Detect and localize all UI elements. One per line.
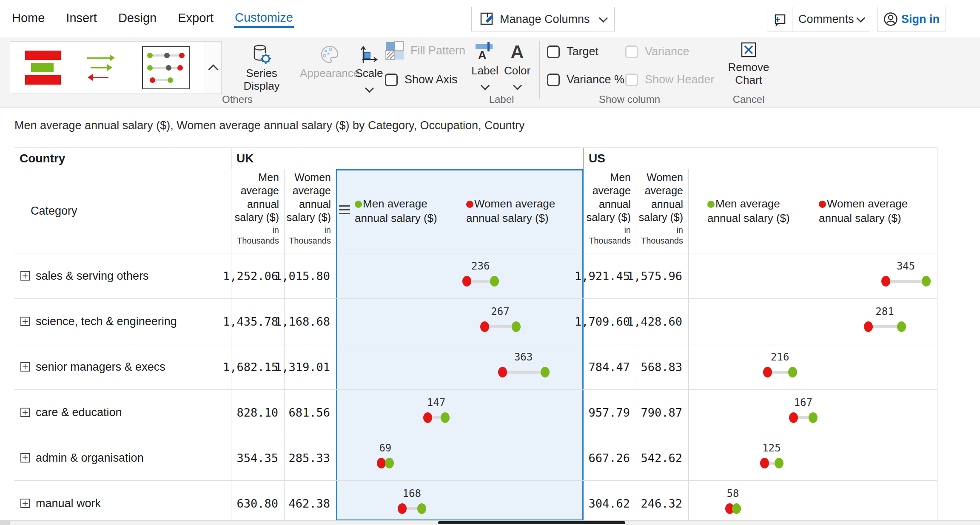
women-dot[interactable] [763, 367, 772, 377]
checkbox-icon[interactable] [547, 45, 560, 58]
add-comment-button[interactable] [767, 7, 792, 31]
dot-plot-thumbnail-selected[interactable] [142, 46, 190, 89]
men-dot[interactable] [775, 458, 783, 468]
women-dot[interactable] [498, 367, 507, 377]
category-label: admin & organisation [36, 451, 144, 465]
gap-label: 267 [479, 306, 521, 318]
us-women-column-header[interactable]: Women average annual salary ($) in Thous… [636, 169, 689, 253]
us-men-value: 784.47 [584, 344, 636, 389]
remove-chart-button[interactable]: Remove Chart [729, 40, 768, 87]
women-dot[interactable] [789, 412, 798, 423]
men-dot[interactable] [922, 276, 931, 287]
expand-icon[interactable] [20, 453, 30, 463]
series-display-button[interactable]: Series Display [230, 43, 293, 93]
scale-button[interactable]: Scale [353, 43, 385, 91]
men-dot[interactable] [490, 276, 499, 287]
men-dot[interactable] [732, 503, 741, 514]
checkbox-icon[interactable] [547, 74, 560, 86]
women-dot[interactable] [462, 276, 471, 287]
gap-label: 216 [759, 351, 801, 363]
ribbon: Series Display Appearance Scale [0, 37, 980, 108]
show-axis-checkbox[interactable]: Show Axis [385, 73, 458, 86]
gap-label: 167 [782, 397, 824, 409]
column-header-row: Category Men average annual salary ($) i… [14, 169, 937, 253]
men-dot[interactable] [897, 321, 906, 332]
drag-handle-icon[interactable] [339, 205, 350, 217]
men-dot[interactable] [541, 367, 550, 377]
men-legend-dot-icon [355, 201, 362, 208]
uk-women-value: 1,319.01 [285, 344, 336, 389]
uk-women-column-header[interactable]: Women average annual salary ($) in Thous… [285, 169, 336, 253]
us-men-column-header[interactable]: Men average annual salary ($) in Thousan… [584, 169, 636, 253]
men-dot[interactable] [809, 412, 818, 423]
checkbox-icon [625, 74, 638, 86]
comments-button[interactable]: Comments [792, 7, 870, 31]
manage-columns-icon [479, 11, 495, 27]
group-header-us[interactable]: US [584, 148, 937, 169]
table-row: care & education828.10681.56147957.79790… [14, 390, 937, 435]
expand-icon[interactable] [20, 271, 30, 281]
table-row: sales & serving others1,252.061,015.8023… [14, 253, 937, 299]
men-dot[interactable] [512, 321, 521, 332]
color-button[interactable]: A Color [502, 41, 533, 89]
women-dot[interactable] [398, 503, 407, 514]
us-chart-column-header[interactable]: Men average annual salary ($) Women aver… [689, 169, 937, 253]
expand-icon[interactable] [20, 499, 30, 508]
expand-icon[interactable] [20, 362, 30, 372]
men-dot[interactable] [385, 458, 394, 468]
tab-customize[interactable]: Customize [234, 6, 294, 28]
us-men-value: 667.26 [584, 435, 636, 480]
remove-chart-icon [740, 40, 757, 60]
us-dumbbell-chart: 58 [689, 481, 937, 525]
tab-insert[interactable]: Insert [65, 7, 98, 28]
variance-pct-label: Variance % [567, 73, 624, 86]
chevron-down-icon [365, 84, 373, 93]
group-label-cancel: Cancel [728, 94, 769, 105]
uk-men-column-header[interactable]: Men average annual salary ($) in Thousan… [231, 169, 285, 253]
women-dot[interactable] [423, 412, 432, 423]
us-women-value: 1,428.60 [636, 299, 689, 344]
men-dot[interactable] [441, 412, 450, 423]
women-dot[interactable] [760, 458, 769, 468]
variance-pct-checkbox[interactable]: Variance % [547, 73, 624, 86]
checkbox-icon[interactable] [385, 74, 398, 86]
uk-dumbbell-chart: 363 [336, 344, 584, 389]
palette-icon [319, 43, 340, 65]
uk-dumbbell-chart: 168 [336, 481, 584, 525]
show-axis-label: Show Axis [405, 73, 458, 86]
category-cell: senior managers & execs [14, 344, 231, 389]
expand-icon[interactable] [20, 408, 30, 417]
tab-design[interactable]: Design [117, 7, 157, 28]
tab-export[interactable]: Export [177, 7, 214, 28]
remove-chart-label-line1: Remove [728, 61, 769, 74]
country-header-row: Country UK US [14, 148, 937, 169]
us-women-value: 568.83 [636, 344, 689, 389]
women-dot[interactable] [480, 321, 489, 332]
women-dot[interactable] [881, 276, 890, 287]
men-legend-dot-icon [707, 201, 715, 208]
arrow-chart-thumbnail[interactable] [87, 57, 117, 78]
men-dot[interactable] [788, 367, 797, 377]
target-checkbox[interactable]: Target [547, 45, 598, 58]
variance-checkbox: Variance [625, 45, 689, 58]
uk-chart-column-header[interactable]: Men average annual salary ($) Women aver… [336, 169, 584, 253]
tab-home[interactable]: Home [11, 7, 46, 28]
gallery-collapse-button[interactable] [205, 42, 221, 94]
scrollbar-thumb[interactable] [438, 521, 625, 524]
appearance-label: Appearance [300, 67, 359, 80]
appearance-button: Appearance [298, 43, 362, 80]
women-dot[interactable] [864, 321, 873, 332]
fill-pattern-button: Fill Pattern [385, 41, 465, 60]
label-button[interactable]: A Label [470, 41, 500, 89]
target-label: Target [567, 45, 598, 58]
scale-label: Scale [355, 67, 383, 80]
sign-in-button[interactable]: Sign in [877, 7, 946, 31]
uk-women-value: 1,168.68 [285, 299, 336, 344]
fill-pattern-label: Fill Pattern [410, 44, 465, 57]
men-dot[interactable] [417, 503, 426, 514]
manage-columns-button[interactable]: Manage Columns [471, 7, 615, 31]
women-dot[interactable] [377, 458, 386, 468]
bar-chart-thumbnail[interactable] [25, 51, 63, 85]
group-header-uk[interactable]: UK [231, 148, 584, 169]
expand-icon[interactable] [20, 317, 30, 326]
